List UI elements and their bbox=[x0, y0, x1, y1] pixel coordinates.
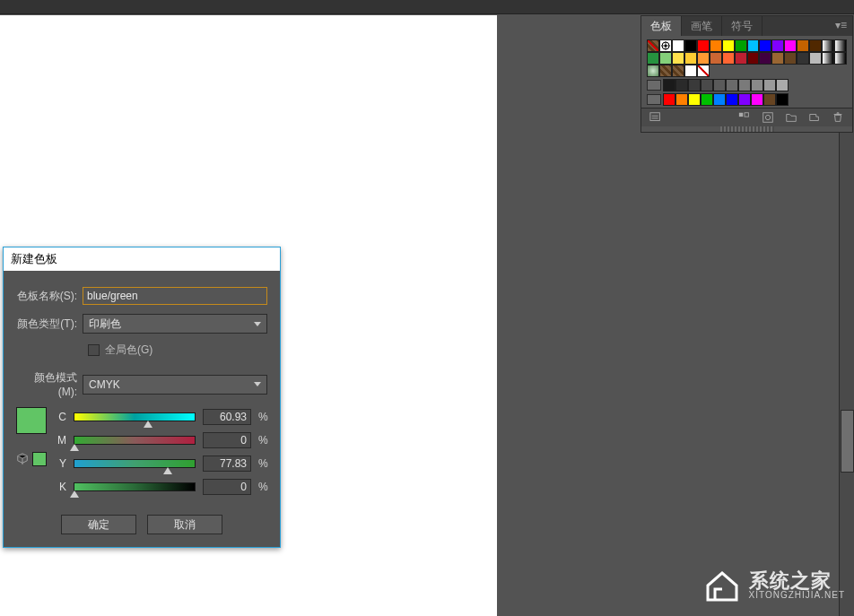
slider-thumb[interactable] bbox=[70, 490, 79, 498]
swatch[interactable] bbox=[710, 39, 722, 52]
swatch[interactable] bbox=[663, 79, 675, 91]
cancel-button[interactable]: 取消 bbox=[147, 515, 222, 534]
swatch[interactable] bbox=[659, 65, 672, 77]
color-mode-select[interactable]: CMYK bbox=[83, 375, 267, 395]
slider-K[interactable] bbox=[74, 482, 196, 491]
swatch[interactable] bbox=[784, 52, 797, 65]
swatch[interactable] bbox=[688, 93, 701, 106]
house-icon bbox=[702, 568, 742, 603]
swatch[interactable] bbox=[663, 93, 675, 106]
swatch-group-folder[interactable] bbox=[647, 80, 661, 91]
value-input-C[interactable] bbox=[203, 409, 251, 425]
tab-symbols[interactable]: 符号 bbox=[722, 16, 762, 36]
swatch[interactable] bbox=[672, 39, 684, 52]
color-type-value: 印刷色 bbox=[89, 317, 121, 332]
swatches-panel: 色板 画笔 符号 ▾≡ bbox=[640, 15, 853, 133]
swatch[interactable] bbox=[735, 39, 747, 52]
slider-thumb[interactable] bbox=[163, 467, 172, 474]
swatch[interactable] bbox=[771, 39, 784, 52]
swatch[interactable] bbox=[747, 39, 760, 52]
swatch[interactable] bbox=[771, 52, 784, 65]
swatch[interactable] bbox=[822, 39, 834, 52]
web-safe-icon[interactable] bbox=[16, 453, 29, 465]
panel-resize-grip[interactable] bbox=[720, 126, 774, 132]
swatch[interactable] bbox=[797, 52, 809, 65]
swatch[interactable] bbox=[684, 52, 697, 65]
color-type-select[interactable]: 印刷色 bbox=[83, 314, 267, 334]
swatch[interactable] bbox=[763, 79, 776, 91]
chevron-down-icon bbox=[254, 382, 261, 386]
swatch[interactable] bbox=[751, 93, 763, 106]
channel-label-Y: Y bbox=[56, 457, 66, 470]
slider-thumb[interactable] bbox=[70, 444, 79, 451]
swatch[interactable] bbox=[697, 52, 710, 65]
panel-menu-icon[interactable]: ▾≡ bbox=[830, 16, 852, 36]
swatch[interactable] bbox=[713, 93, 726, 106]
slider-thumb[interactable] bbox=[144, 421, 152, 428]
swatch[interactable] bbox=[675, 93, 688, 106]
swatch-group-folder[interactable] bbox=[647, 94, 661, 105]
swatch[interactable] bbox=[713, 79, 726, 91]
slider-C[interactable] bbox=[74, 412, 196, 421]
swatch[interactable] bbox=[672, 52, 684, 65]
swatch-types-icon[interactable] bbox=[737, 111, 752, 124]
name-label: 色板名称(S): bbox=[16, 289, 83, 304]
swatch[interactable] bbox=[776, 93, 789, 106]
swatch[interactable] bbox=[809, 52, 822, 65]
swatch[interactable] bbox=[647, 52, 659, 65]
swatch[interactable] bbox=[697, 39, 710, 52]
swatch[interactable] bbox=[675, 79, 688, 91]
scroll-thumb[interactable] bbox=[841, 410, 854, 473]
channel-label-C: C bbox=[56, 411, 66, 423]
swatch-name-input[interactable] bbox=[83, 287, 267, 305]
slider-M[interactable] bbox=[74, 436, 196, 445]
swatch[interactable] bbox=[722, 39, 735, 52]
swatch[interactable] bbox=[738, 79, 751, 91]
swatch[interactable] bbox=[797, 39, 809, 52]
swatch[interactable] bbox=[726, 79, 738, 91]
tab-brushes[interactable]: 画笔 bbox=[682, 16, 722, 36]
swatch[interactable] bbox=[684, 65, 697, 77]
swatch[interactable] bbox=[763, 93, 776, 106]
swatch[interactable] bbox=[659, 52, 672, 65]
swatch[interactable] bbox=[684, 39, 697, 52]
swatch[interactable] bbox=[697, 65, 710, 77]
swatch[interactable] bbox=[735, 52, 747, 65]
swatch[interactable] bbox=[759, 52, 771, 65]
swatch[interactable] bbox=[747, 52, 760, 65]
tab-swatches[interactable]: 色板 bbox=[641, 16, 682, 36]
watermark: 系统之家 XITONGZHIJIA.NET bbox=[702, 568, 846, 603]
swatch[interactable] bbox=[726, 93, 738, 106]
percent-label: % bbox=[258, 481, 267, 493]
swatch[interactable] bbox=[784, 39, 797, 52]
slider-Y[interactable] bbox=[74, 459, 196, 468]
ok-button[interactable]: 确定 bbox=[61, 515, 136, 534]
swatch[interactable] bbox=[738, 93, 751, 106]
swatch[interactable] bbox=[701, 79, 713, 91]
value-input-K[interactable] bbox=[203, 479, 251, 495]
swatch[interactable] bbox=[701, 93, 713, 106]
swatch[interactable] bbox=[688, 79, 701, 91]
new-swatch-icon[interactable] bbox=[807, 111, 822, 124]
swatch-options-icon[interactable] bbox=[761, 111, 775, 124]
new-group-icon[interactable] bbox=[784, 111, 798, 124]
swatch[interactable] bbox=[710, 52, 722, 65]
delete-icon[interactable] bbox=[831, 111, 845, 124]
swatch[interactable] bbox=[759, 39, 771, 52]
swatch-libraries-icon[interactable] bbox=[649, 111, 663, 124]
value-input-M[interactable] bbox=[203, 432, 251, 448]
global-color-checkbox[interactable] bbox=[88, 344, 100, 356]
swatch[interactable] bbox=[834, 39, 847, 52]
swatch[interactable] bbox=[722, 52, 735, 65]
swatch[interactable] bbox=[809, 39, 822, 52]
swatch[interactable] bbox=[672, 65, 684, 77]
swatch[interactable] bbox=[822, 52, 834, 65]
swatch[interactable] bbox=[647, 65, 659, 77]
swatch[interactable] bbox=[834, 52, 847, 65]
swatch[interactable] bbox=[751, 79, 763, 91]
swatch[interactable] bbox=[776, 79, 789, 91]
value-input-Y[interactable] bbox=[203, 455, 251, 472]
swatch[interactable] bbox=[659, 39, 672, 52]
swatch[interactable] bbox=[647, 39, 659, 52]
svg-point-5 bbox=[765, 115, 770, 119]
